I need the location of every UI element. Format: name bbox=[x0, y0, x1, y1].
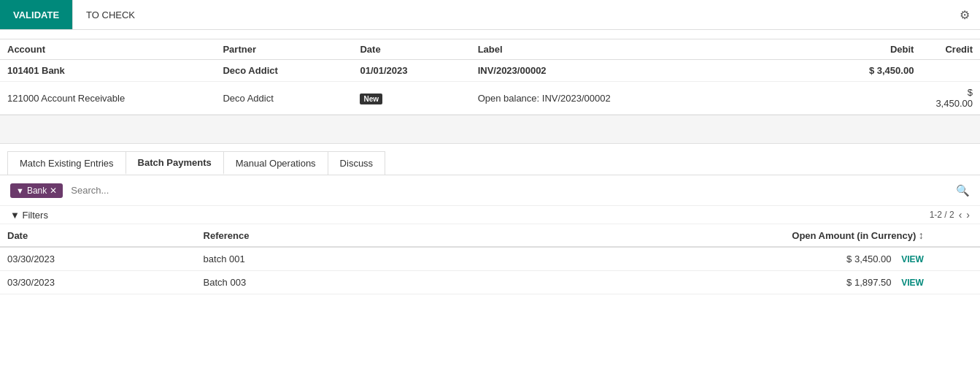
col-credit bbox=[921, 30, 980, 39]
col-account bbox=[0, 30, 215, 39]
filter-icon: ▼ bbox=[16, 186, 24, 195]
col-label bbox=[471, 30, 823, 39]
batch-col-reference: Reference bbox=[196, 224, 687, 247]
batch-col-action bbox=[931, 224, 980, 247]
cell-credit bbox=[921, 60, 980, 82]
filters-button[interactable]: ▼ Filters bbox=[10, 210, 48, 221]
pagination-next[interactable]: › bbox=[966, 209, 970, 221]
tab-discuss[interactable]: Discuss bbox=[328, 151, 386, 175]
view-link[interactable]: VIEW bbox=[901, 254, 924, 264]
separator bbox=[0, 115, 980, 144]
cell-batch-extra bbox=[931, 247, 980, 271]
batch-table: Date Reference Open Amount (in Currency)… bbox=[0, 224, 980, 294]
badge-new: New bbox=[360, 94, 382, 104]
col-date bbox=[352, 30, 470, 39]
search-area: ▼ Bank ✕ 🔍 bbox=[0, 175, 980, 206]
validate-button[interactable]: VALIDATE bbox=[0, 0, 72, 29]
cell-debit: $ 3,450.00 bbox=[823, 60, 921, 82]
filter-funnel-icon: ▼ bbox=[10, 210, 20, 221]
account-table-row: 101401 Bank Deco Addict 01/01/2023 INV/2… bbox=[0, 60, 980, 82]
pagination-filters-row: ▼ Filters 1-2 / 2 ‹ › bbox=[0, 206, 980, 224]
header-account: Account bbox=[0, 39, 215, 60]
header-partner: Partner bbox=[215, 39, 352, 60]
cell-label: INV/2023/00002 bbox=[471, 60, 823, 82]
pagination-prev[interactable]: ‹ bbox=[959, 209, 962, 221]
cell-credit: $ 3,450.00 bbox=[921, 82, 980, 115]
cell-batch-amount: $ 3,450.00 VIEW bbox=[686, 247, 931, 271]
cell-batch-extra bbox=[931, 271, 980, 294]
batch-table-row: 03/30/2023 Batch 003 $ 1,897.50 VIEW bbox=[0, 271, 980, 294]
filter-tag-bank[interactable]: ▼ Bank ✕ bbox=[10, 183, 63, 198]
filter-tag-label: Bank bbox=[27, 186, 47, 196]
gear-icon: ⚙ bbox=[960, 9, 970, 21]
search-icon: 🔍 bbox=[956, 184, 970, 197]
header-label: Label bbox=[471, 39, 823, 60]
batch-col-date: Date bbox=[0, 224, 196, 247]
view-link[interactable]: VIEW bbox=[901, 278, 924, 288]
batch-col-open-amount: Open Amount (in Currency) ↕ bbox=[686, 224, 931, 247]
cell-label: Open balance: INV/2023/00002 bbox=[471, 82, 823, 115]
col-debit bbox=[823, 30, 921, 39]
cell-batch-reference: batch 001 bbox=[196, 247, 687, 271]
sort-icon: ↕ bbox=[919, 229, 924, 241]
cell-date: 01/01/2023 bbox=[352, 60, 470, 82]
col-partner bbox=[215, 30, 352, 39]
cell-batch-amount: $ 1,897.50 VIEW bbox=[686, 271, 931, 294]
header-debit: Debit bbox=[823, 39, 921, 60]
account-table-row: 121000 Account Receivable Deco Addict Ne… bbox=[0, 82, 980, 115]
search-button[interactable]: 🔍 bbox=[956, 184, 970, 197]
tab-batch-payments[interactable]: Batch Payments bbox=[126, 151, 224, 175]
cell-date: New bbox=[352, 82, 470, 115]
cell-debit bbox=[823, 82, 921, 115]
pagination-text: 1-2 / 2 bbox=[930, 210, 954, 220]
cell-account: 101401 Bank bbox=[0, 60, 215, 82]
filters-label: Filters bbox=[23, 210, 48, 221]
cell-partner: Deco Addict bbox=[215, 82, 352, 115]
cell-partner: Deco Addict bbox=[215, 60, 352, 82]
filter-tag-close[interactable]: ✕ bbox=[50, 186, 57, 196]
pagination-area: 1-2 / 2 ‹ › bbox=[930, 209, 970, 221]
tabs-bar: Match Existing Entries Batch Payments Ma… bbox=[0, 144, 980, 175]
batch-table-row: 03/30/2023 batch 001 $ 3,450.00 VIEW bbox=[0, 247, 980, 271]
header-date: Date bbox=[352, 39, 470, 60]
search-input[interactable] bbox=[69, 183, 950, 198]
top-bar: VALIDATE TO CHECK ⚙ bbox=[0, 0, 980, 30]
cell-batch-date: 03/30/2023 bbox=[0, 271, 196, 294]
cell-batch-date: 03/30/2023 bbox=[0, 247, 196, 271]
account-table: Account Partner Date Label Debit Credit … bbox=[0, 30, 980, 115]
cell-account: 121000 Account Receivable bbox=[0, 82, 215, 115]
filters-section: ▼ Filters bbox=[10, 210, 48, 221]
to-check-button[interactable]: TO CHECK bbox=[72, 0, 148, 29]
tab-match-existing[interactable]: Match Existing Entries bbox=[7, 151, 126, 175]
gear-button[interactable]: ⚙ bbox=[949, 2, 980, 28]
header-credit: Credit bbox=[921, 39, 980, 60]
tab-manual-operations[interactable]: Manual Operations bbox=[223, 151, 328, 175]
cell-batch-reference: Batch 003 bbox=[196, 271, 687, 294]
